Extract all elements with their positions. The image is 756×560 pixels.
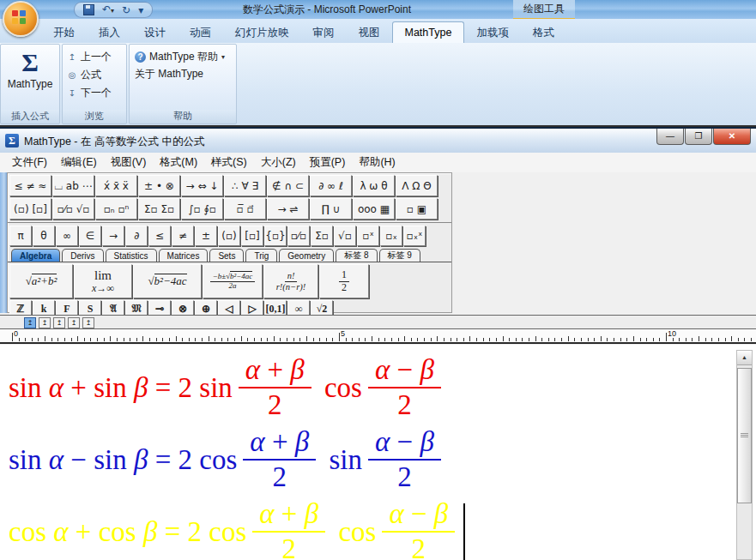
mathtype-insert-button[interactable]: Σ MathType [3, 48, 58, 91]
tabstop-button-2[interactable]: ↥ [39, 317, 51, 328]
symbol-palette-4[interactable]: ± • ⊗ [138, 175, 180, 196]
ribbon-tab-视图[interactable]: 视图 [347, 22, 392, 43]
small-symbol-17[interactable]: ▫ₓ [380, 226, 402, 246]
scrollbar-thumb[interactable] [737, 368, 752, 503]
equation-button[interactable]: ◎公式 [68, 66, 101, 84]
palette-tab-Statistics[interactable]: Statistics [106, 249, 157, 262]
template-one-half[interactable]: 12 [319, 264, 369, 298]
qat-customize-icon[interactable]: ▾ [138, 5, 143, 15]
template-palette-2[interactable]: ▫⁄▫ √▫ [52, 198, 94, 220]
symbol-palette-6[interactable]: ∴ ∀ ∃ [224, 175, 266, 196]
template-palette-3[interactable]: ▫ₙ ▫ⁿ [95, 198, 137, 220]
menu-大小[interactable]: 大小(Z) [254, 155, 303, 170]
ribbon-tab-动画[interactable]: 动画 [178, 22, 223, 43]
browse-item-label: 下一个 [81, 86, 112, 100]
menu-文件[interactable]: 文件(F) [5, 155, 54, 170]
symbol-palette-3[interactable]: x́ x̄ ẍ [95, 175, 137, 196]
maximize-button[interactable]: ❐ [685, 129, 712, 145]
ribbon-tab-插入[interactable]: 插入 [87, 22, 132, 43]
symbol-palette-8[interactable]: ∂ ∞ ℓ [310, 175, 352, 196]
symbol-palette-1[interactable]: ≤ ≠ ≈ [9, 175, 51, 196]
scroll-up-icon[interactable]: ▲ [737, 351, 752, 365]
small-symbol-12[interactable]: {▫} [264, 226, 287, 246]
next-equation-button[interactable]: ↧下一个 [68, 84, 112, 102]
symbol-palette-5[interactable]: → ⇔ ↓ [181, 175, 223, 196]
palette-tab-Derivs[interactable]: Derivs [62, 249, 103, 262]
group-label: 浏览 [63, 110, 126, 123]
small-symbol-10[interactable]: (▫) [218, 226, 240, 246]
text-cursor [463, 503, 465, 560]
template-binomial[interactable]: n!r!(n−r)! [263, 264, 318, 298]
equation-editing-area[interactable]: ▲ sin α + sin β = 2 sinα + β2 cosα − β2s… [0, 345, 756, 560]
small-symbol-18[interactable]: ▫ₓˣ [403, 226, 426, 246]
ribbon-tab-格式[interactable]: 格式 [521, 22, 566, 43]
drawing-tools-context-tab[interactable]: 绘图工具 [513, 0, 575, 21]
template-limit[interactable]: limx→∞ [74, 264, 132, 298]
menu-样式[interactable]: 样式(S) [204, 155, 254, 170]
ribbon-tab-MathType[interactable]: MathType [392, 21, 465, 43]
template-palette-8[interactable]: ∏ ∪ [310, 198, 352, 220]
small-symbol-9[interactable]: ± [195, 226, 217, 246]
ribbon-tab-设计[interactable]: 设计 [132, 22, 178, 43]
template-palette-7[interactable]: → ⇌ [267, 198, 309, 220]
menu-预置[interactable]: 预置(P) [303, 155, 353, 170]
ribbon-tab-幻灯片放映[interactable]: 幻灯片放映 [223, 22, 301, 43]
office-button[interactable] [3, 1, 39, 37]
tabstop-button-1[interactable]: ↥ [24, 317, 36, 328]
palette-tab-Sets[interactable]: Sets [209, 249, 244, 262]
small-symbol-7[interactable]: ≤ [148, 226, 171, 246]
template-palette-1[interactable]: (▫) [▫] [9, 198, 51, 220]
small-symbol-14[interactable]: Σ▫ [311, 226, 333, 246]
tabstop-button-4[interactable]: ↥ [68, 317, 80, 328]
symbol-palette-9[interactable]: λ ω θ [353, 175, 395, 196]
small-symbol-8[interactable]: ≠ [172, 226, 194, 246]
equation-lead: sin α − sin β = 2 cos [9, 444, 237, 476]
minimize-button[interactable]: — [656, 129, 684, 145]
palette-tab-Matrices[interactable]: Matrices [159, 249, 209, 262]
small-symbol-15[interactable]: √▫ [334, 226, 356, 246]
ribbon-tab-加载项[interactable]: 加载项 [464, 22, 521, 43]
small-symbol-11[interactable]: [▫] [241, 226, 263, 246]
menu-帮助[interactable]: 帮助(H) [352, 155, 402, 170]
template-palette-5[interactable]: ∫▫ ∮▫ [181, 198, 223, 220]
small-symbol-13[interactable]: ▫⁄▫ [287, 226, 310, 246]
small-symbol-4[interactable]: ∈ [79, 226, 101, 246]
template-palette-9[interactable]: ooo ▦ [353, 198, 395, 220]
redo-icon[interactable]: ↻ [122, 5, 130, 15]
template-palette-6[interactable]: ▫̅ ▫⃗ [224, 198, 266, 220]
tabstop-button-5[interactable]: ↥ [82, 317, 94, 328]
small-symbol-16[interactable]: ▫ˣ [357, 226, 379, 246]
palette-tab-Algebra[interactable]: Algebra [11, 249, 60, 262]
template-sqrt-a2b2[interactable]: √a²+b² [9, 264, 73, 298]
template-quadratic-formula[interactable]: −b±√b²−4ac2a [203, 264, 263, 298]
palette-tab-标签 8[interactable]: 标签 8 [336, 249, 377, 262]
mathtype-help-button[interactable]: ? MathType 帮助 ▾ [135, 48, 225, 65]
template-palette-10[interactable]: ▫ ▣ [396, 198, 438, 220]
small-symbol-2[interactable]: θ [33, 226, 55, 246]
symbol-palette-10[interactable]: Λ Ω Θ [396, 175, 438, 196]
palette-tab-Geometry[interactable]: Geometry [279, 249, 334, 262]
menu-视图[interactable]: 视图(V) [104, 155, 154, 170]
save-icon[interactable] [83, 4, 94, 15]
template-palette-4[interactable]: Σ▫ Σ▫ [138, 198, 180, 220]
vertical-scrollbar[interactable]: ▲ [736, 350, 753, 560]
menu-编辑[interactable]: 编辑(E) [54, 155, 104, 170]
close-button[interactable]: ✕ [713, 129, 751, 145]
ruler[interactable]: 0510 [0, 328, 756, 344]
template-sqrt-discriminant[interactable]: √b²−4ac [133, 264, 202, 298]
ribbon-tab-审阅[interactable]: 审阅 [301, 22, 347, 43]
undo-icon[interactable]: ↶▾ [102, 4, 114, 16]
menu-格式[interactable]: 格式(M) [153, 155, 204, 170]
symbol-palette-2[interactable]: ⌴ ab ⋯ [52, 175, 94, 196]
palette-tab-Trig[interactable]: Trig [245, 249, 277, 262]
ribbon-tab-开始[interactable]: 开始 [41, 22, 87, 43]
small-symbol-3[interactable]: ∞ [56, 226, 78, 246]
small-symbol-1[interactable]: π [9, 226, 32, 246]
symbol-palette-7[interactable]: ∉ ∩ ⊂ [267, 175, 309, 196]
about-mathtype-button[interactable]: 关于 MathType [135, 65, 203, 82]
palette-tab-标签 9[interactable]: 标签 9 [379, 249, 420, 262]
tabstop-button-3[interactable]: ↥ [53, 317, 65, 328]
small-symbol-6[interactable]: ∂ [125, 226, 148, 246]
small-symbol-5[interactable]: → [102, 226, 124, 246]
previous-equation-button[interactable]: ↥上一个 [68, 48, 112, 66]
